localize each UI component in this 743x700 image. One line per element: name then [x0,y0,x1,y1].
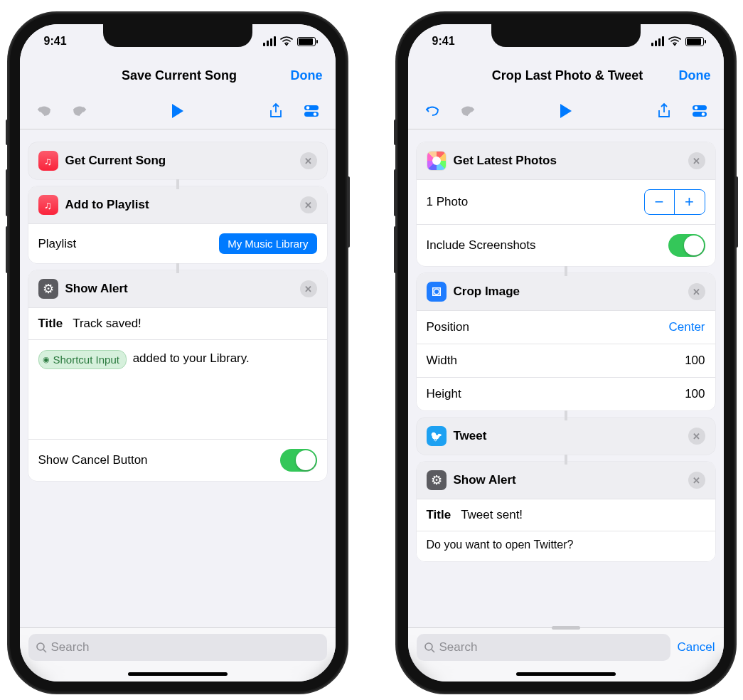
search-placeholder: Search [51,640,90,654]
page-title: Save Current Song [68,68,291,83]
signal-icon [651,36,664,46]
share-button[interactable] [266,101,286,121]
gear-icon [427,470,447,490]
svg-line-5 [43,649,46,652]
phone-right: 9:41 Crop Last Photo & Tweet Done [397,13,735,693]
alert-body-text: added to your Library. [129,351,250,365]
toggle-label: Show Cancel Button [38,453,148,467]
include-screenshots-toggle[interactable] [668,234,705,257]
search-icon [36,642,47,653]
search-placeholder: Search [439,640,478,654]
width-label: Width [427,354,457,368]
remove-action-button[interactable] [688,283,705,300]
title-field-label: Title [427,508,451,522]
stepper-plus[interactable]: + [675,190,705,214]
action-title: Tweet [454,429,681,443]
page-title: Crop Last Photo & Tweet [456,68,679,83]
remove-action-button[interactable] [688,428,705,445]
action-title: Add to Playlist [65,198,293,212]
undo-button[interactable] [422,101,442,121]
photos-icon [427,151,447,171]
remove-action-button[interactable] [300,280,317,297]
status-time: 9:41 [44,35,67,48]
action-add-to-playlist[interactable]: Add to Playlist Playlist My Music Librar… [28,186,327,263]
wifi-icon [668,36,681,46]
action-get-latest-photos[interactable]: Get Latest Photos 1 Photo − + Include Sc… [417,142,715,266]
home-indicator[interactable] [516,672,616,676]
share-button[interactable] [654,101,674,121]
action-crop-image[interactable]: Crop Image Position Center Width 100 Hei… [417,273,715,410]
gear-icon [38,279,58,299]
action-tweet[interactable]: Tweet [417,418,715,455]
action-title: Show Alert [65,282,293,296]
twitter-icon [427,426,447,446]
nav-bar: Crop Last Photo & Tweet Done [408,58,724,92]
width-value[interactable]: 100 [685,354,705,368]
alert-body-text: Do you want to open Twitter? [427,539,574,551]
action-get-current-song[interactable]: Get Current Song [28,142,327,179]
phone-left: 9:41 Save Current Song Done [9,13,347,693]
svg-line-13 [432,649,434,652]
sheet-grabber[interactable] [552,626,580,630]
done-button[interactable]: Done [679,68,711,83]
nav-bar: Save Current Song Done [20,58,336,92]
toolbar [20,92,336,129]
title-field-label: Title [38,317,63,331]
toolbar [408,92,724,129]
action-title: Show Alert [454,473,681,487]
play-button[interactable] [168,101,188,121]
title-field-value[interactable]: Tweet sent! [461,508,523,522]
action-title: Get Current Song [65,154,293,168]
alert-body-input[interactable]: Shortcut Input added to your Library. [28,339,327,439]
settings-toggle-button[interactable] [301,101,321,121]
include-screenshots-label: Include Screenshots [427,238,536,253]
signal-icon [263,36,276,46]
music-icon [38,195,58,215]
crop-icon [427,282,447,302]
svg-point-3 [313,112,316,116]
redo-button [70,101,90,121]
redo-button [458,101,478,121]
battery-icon [297,37,316,46]
remove-action-button[interactable] [688,152,705,169]
show-cancel-toggle[interactable] [280,449,317,472]
height-value[interactable]: 100 [685,387,705,401]
svg-point-4 [37,643,44,650]
stepper-minus[interactable]: − [645,190,675,214]
playlist-value-button[interactable]: My Music Library [219,233,316,254]
done-button[interactable]: Done [291,68,323,83]
param-label: Playlist [38,237,77,251]
height-label: Height [427,387,461,401]
photo-count-stepper[interactable]: − + [644,189,705,215]
photo-count-label: 1 Photo [427,195,469,209]
settings-toggle-button[interactable] [690,101,710,121]
action-title: Crop Image [454,285,681,299]
music-icon [38,151,58,171]
undo-button [34,101,54,121]
remove-action-button[interactable] [688,472,705,489]
action-show-alert[interactable]: Show Alert Title Track saved! Shortcut I… [28,270,327,481]
svg-point-8 [694,106,697,110]
svg-point-2 [306,106,309,110]
battery-icon [685,37,704,46]
svg-point-9 [701,112,705,116]
alert-body-input[interactable]: Do you want to open Twitter? [417,531,715,561]
status-time: 9:41 [432,35,455,48]
home-indicator[interactable] [128,672,228,676]
search-input[interactable]: Search [417,634,670,661]
title-field-value[interactable]: Track saved! [73,317,141,331]
search-input[interactable]: Search [28,634,327,661]
action-title: Get Latest Photos [454,154,681,168]
variable-token[interactable]: Shortcut Input [38,350,127,369]
position-label: Position [427,320,469,334]
search-icon [424,642,435,653]
svg-point-12 [425,643,432,650]
wifi-icon [280,36,293,46]
play-button[interactable] [556,101,576,121]
action-show-alert[interactable]: Show Alert Title Tweet sent! Do you want… [417,462,715,561]
position-value[interactable]: Center [668,320,705,334]
svg-point-11 [434,289,439,295]
remove-action-button[interactable] [300,152,317,169]
cancel-button[interactable]: Cancel [678,634,715,661]
remove-action-button[interactable] [300,196,317,213]
